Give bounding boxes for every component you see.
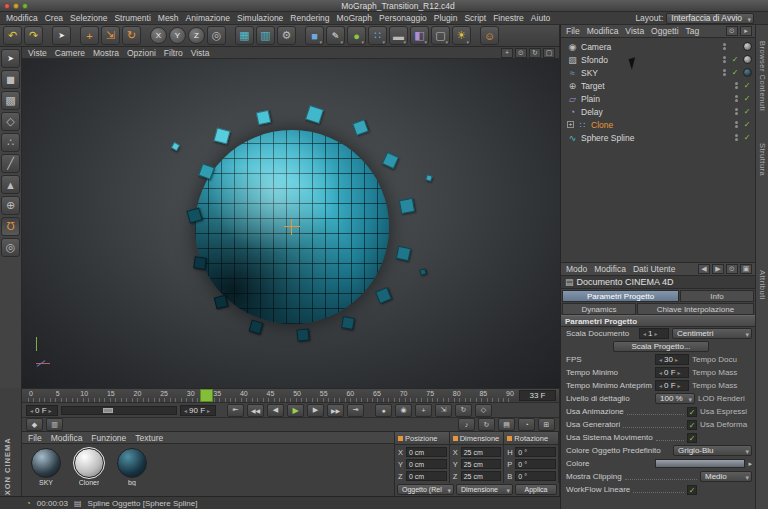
material-tag-icon[interactable] <box>743 68 752 77</box>
position-x-field[interactable]: 0 cm <box>406 447 447 457</box>
redo-icon[interactable]: ↷ <box>24 26 43 45</box>
material-tag-icon[interactable] <box>743 55 752 64</box>
add-nurbs-icon[interactable]: ●▾ <box>347 26 366 45</box>
om-more-menu-icon[interactable]: ▸ <box>740 26 752 36</box>
next-key-button[interactable]: ▶▶ <box>327 404 344 417</box>
tab-chiave-interpolazione[interactable]: Chiave Interpolazione <box>637 303 754 315</box>
scale-tool-icon[interactable]: ⇲ <box>101 26 120 45</box>
move-tool-icon[interactable]: + <box>80 26 99 45</box>
menu-simulazione[interactable]: Simulazione <box>237 13 283 23</box>
object-row-sphere-spline[interactable]: ∿ Sphere Spline ✓ <box>561 131 755 144</box>
key-position-toggle[interactable]: + <box>415 404 432 417</box>
undo-icon[interactable]: ↶ <box>3 26 22 45</box>
key-rotation-toggle[interactable]: ↻ <box>455 404 472 417</box>
render-view-icon[interactable]: ▦ <box>235 26 254 45</box>
coordinate-mode-select[interactable]: Oggetto (Rel <box>397 484 454 495</box>
edges-mode-icon[interactable]: ╱ <box>1 154 20 173</box>
menu-plugin[interactable]: Plugin <box>434 13 458 23</box>
range-end-field[interactable]: 90 F <box>180 405 216 416</box>
tempo-minimo-field[interactable]: 0 F <box>655 367 689 378</box>
menu-script[interactable]: Script <box>464 13 486 23</box>
size-y-field[interactable]: 25 cm <box>461 459 502 469</box>
maximize-view-icon[interactable]: ▢ <box>543 48 555 58</box>
focus-icon[interactable]: ⊙ <box>726 264 738 274</box>
object-row-sky[interactable]: ≈ SKY ✓ <box>561 66 755 79</box>
tab-parametri-progetto[interactable]: Parametri Progetto <box>562 290 679 302</box>
visibility-dots[interactable] <box>735 95 738 102</box>
x-axis-lock-button[interactable]: X <box>150 27 167 44</box>
am-menu-dati-utente[interactable]: Dati Utente <box>633 264 676 274</box>
scala-progetto-button[interactable]: Scala Progetto... <box>613 341 709 352</box>
goto-start-button[interactable]: ⇤ <box>227 404 244 417</box>
loop-playback-icon[interactable]: ↻ <box>478 418 495 431</box>
menu-selezione[interactable]: Selezione <box>70 13 107 23</box>
workplane-mode-icon[interactable]: ◇ <box>1 112 20 131</box>
menu-crea[interactable]: Crea <box>45 13 63 23</box>
expand-toggle-icon[interactable]: + <box>567 121 574 128</box>
time-display-icon[interactable]: ◔ <box>518 418 535 431</box>
om-menu-tag[interactable]: Tag <box>686 26 700 36</box>
om-filter-icon[interactable]: ⊙ <box>726 26 738 36</box>
object-row-camera[interactable]: ◉ Camera <box>561 40 755 53</box>
sound-icon[interactable]: ♪ <box>458 418 475 431</box>
z-axis-lock-button[interactable]: Z <box>188 27 205 44</box>
visibility-dots[interactable] <box>723 56 726 63</box>
range-slider-handle[interactable] <box>103 408 113 413</box>
viewport-solo-icon[interactable]: ◎ <box>1 238 20 257</box>
add-floor-icon[interactable]: ▬▾ <box>389 26 408 45</box>
menu-animazione[interactable]: Animazione <box>186 13 230 23</box>
mat-menu-funzione[interactable]: Funzione <box>91 433 126 443</box>
size-mode-select[interactable]: Dimensione <box>456 484 513 495</box>
unit-select[interactable]: Centimetri <box>672 328 752 339</box>
om-menu-file[interactable]: File <box>566 26 580 36</box>
close-button[interactable] <box>4 3 10 9</box>
visibility-dots[interactable] <box>735 82 738 89</box>
menu-mograph[interactable]: MoGraph <box>337 13 372 23</box>
layout-select[interactable]: Interfaccia di Avvio <box>666 13 754 24</box>
vp-menu-viste[interactable]: Viste <box>28 48 47 58</box>
keyframe-options-icon[interactable]: ▤ <box>498 418 515 431</box>
position-y-field[interactable]: 0 cm <box>406 459 447 469</box>
size-z-field[interactable]: 25 cm <box>461 471 502 481</box>
add-spline-pen-icon[interactable]: ✎▾ <box>326 26 345 45</box>
lock-icon[interactable]: ▣ <box>740 264 752 274</box>
history-back-icon[interactable]: ◀ <box>698 264 710 274</box>
enabled-check-icon[interactable]: ✓ <box>742 81 752 90</box>
menu-rendering[interactable]: Rendering <box>290 13 329 23</box>
vp-menu-vista[interactable]: Vista <box>191 48 210 58</box>
axis-mode-icon[interactable]: ⊕ <box>1 196 20 215</box>
tab-struttura[interactable]: Struttura <box>758 143 767 176</box>
enabled-check-icon[interactable]: ✓ <box>742 107 752 116</box>
prev-frame-button[interactable]: ◀ <box>267 404 284 417</box>
play-button[interactable]: ▶ <box>287 404 304 417</box>
autokey-button[interactable]: ◉ <box>395 404 412 417</box>
enabled-check-icon[interactable]: ✓ <box>730 68 740 77</box>
menu-aiuto[interactable]: Aiuto <box>531 13 550 23</box>
vp-menu-mostra[interactable]: Mostra <box>93 48 119 58</box>
om-menu-oggetti[interactable]: Oggetti <box>651 26 678 36</box>
visibility-dots[interactable] <box>735 134 738 141</box>
range-start-field[interactable]: 0 F <box>26 405 58 416</box>
om-menu-modifica[interactable]: Modifica <box>587 26 619 36</box>
points-mode-icon[interactable]: ∴ <box>1 133 20 152</box>
rotate-tool-icon[interactable]: ↻ <box>122 26 141 45</box>
add-stage-icon[interactable]: ◧▾ <box>410 26 429 45</box>
enabled-check-icon[interactable]: ✓ <box>742 133 752 142</box>
visibility-dots[interactable] <box>723 69 726 76</box>
character-tools-icon[interactable]: ☺ <box>480 26 499 45</box>
add-track-icon[interactable]: ⊞ <box>538 418 555 431</box>
zoom-view-icon[interactable]: ⊙ <box>515 48 527 58</box>
tool-cursor-icon[interactable]: ➤ <box>1 49 20 68</box>
record-keyframe-button[interactable]: ● <box>375 404 392 417</box>
model-mode-icon[interactable]: ◼ <box>1 70 20 89</box>
key-parameter-toggle[interactable]: ◇ <box>475 404 492 417</box>
vp-menu-camere[interactable]: Camere <box>55 48 85 58</box>
y-axis-lock-button[interactable]: Y <box>169 27 186 44</box>
position-z-field[interactable]: 0 cm <box>406 471 447 481</box>
rotate-view-icon[interactable]: ↻ <box>529 48 541 58</box>
fps-field[interactable]: 30 <box>655 354 689 365</box>
visibility-dots[interactable] <box>735 121 738 128</box>
visibility-dots[interactable] <box>735 108 738 115</box>
menu-mesh[interactable]: Mesh <box>158 13 179 23</box>
add-primitive-cube-icon[interactable]: ■▾ <box>305 26 324 45</box>
